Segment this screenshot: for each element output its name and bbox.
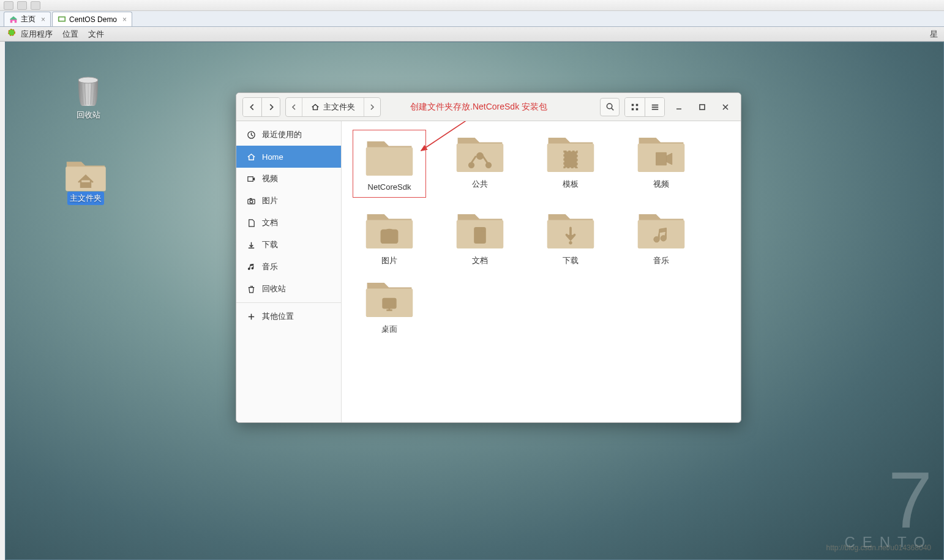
forward-button[interactable] <box>261 98 280 116</box>
folder-item[interactable]: 公共 <box>443 130 517 198</box>
svg-rect-21 <box>632 103 634 106</box>
icon-label: 回收站 <box>74 108 103 122</box>
folder-label: 公共 <box>443 179 517 190</box>
tb-btn[interactable] <box>4 1 13 10</box>
folder-icon <box>364 133 415 177</box>
folder-label: 模板 <box>534 179 607 190</box>
close-icon[interactable]: × <box>122 15 127 24</box>
vm-menubar: 应用程序 位置 文件 星 <box>0 27 944 42</box>
tab-label: 主页 <box>21 14 36 24</box>
browser-tab-strip: 主页 × CentOS Demo × <box>0 11 944 27</box>
minimize-button[interactable] <box>670 98 688 116</box>
doc-icon <box>246 218 256 228</box>
folder-icon <box>545 206 596 250</box>
tb-btn[interactable] <box>31 1 40 10</box>
nav-group <box>242 97 280 117</box>
vm-icon <box>58 15 66 24</box>
sidebar-item-trash[interactable]: 回收站 <box>236 278 341 300</box>
download-icon <box>246 240 256 250</box>
sidebar: 最近使用的Home视频图片文档下载音乐回收站其他位置 <box>236 121 342 422</box>
sidebar-item-label: 回收站 <box>262 283 286 294</box>
sidebar-item-plus[interactable]: 其他位置 <box>236 305 341 327</box>
folder-label: 音乐 <box>624 255 698 266</box>
folder-item[interactable]: NetCoreSdk <box>353 130 426 198</box>
window-header: 主文件夹 创建文件夹存放.NetCoreSdk 安装包 <box>236 93 741 121</box>
view-grid-button[interactable] <box>625 98 645 116</box>
sidebar-item-doc[interactable]: 文档 <box>236 212 341 234</box>
menu-apps[interactable]: 应用程序 <box>7 28 53 40</box>
folder-item[interactable]: 视频 <box>624 130 698 198</box>
menu-file[interactable]: 文件 <box>88 29 104 40</box>
home-icon <box>246 152 256 162</box>
path-prev-button[interactable] <box>286 98 302 116</box>
home-folder-icon <box>64 155 108 192</box>
video-icon <box>246 174 256 184</box>
folder-label: 文档 <box>443 255 517 266</box>
folder-label: NetCoreSdk <box>353 182 426 192</box>
sidebar-item-download[interactable]: 下载 <box>236 234 341 256</box>
apps-icon <box>7 28 16 37</box>
sidebar-item-label: 下载 <box>262 239 278 250</box>
close-button[interactable] <box>716 98 735 116</box>
sidebar-item-label: 文档 <box>262 217 278 228</box>
music-icon <box>246 262 256 272</box>
clock-icon <box>246 130 256 140</box>
annotation-text: 创建文件夹存放.NetCoreSdk 安装包 <box>410 102 547 113</box>
desktop-icon-trash[interactable]: 回收站 <box>61 74 116 122</box>
desktop-icon-home[interactable]: 主文件夹 <box>58 155 113 205</box>
tab-centos-demo[interactable]: CentOS Demo × <box>52 12 132 26</box>
path-next-button[interactable] <box>364 98 380 116</box>
back-button[interactable] <box>243 98 261 116</box>
folder-item[interactable]: 下载 <box>534 206 607 266</box>
menu-places[interactable]: 位置 <box>62 29 78 40</box>
desktop[interactable]: 回收站 主文件夹 7 CENTO http://blog.csdn.net/u0… <box>5 42 944 560</box>
sidebar-item-camera[interactable]: 图片 <box>236 190 341 212</box>
svg-rect-9 <box>59 17 65 20</box>
menu-button[interactable] <box>645 98 664 116</box>
folder-icon <box>545 130 596 174</box>
svg-point-18 <box>78 77 98 83</box>
sidebar-separator <box>236 302 341 303</box>
path-segment-home[interactable]: 主文件夹 <box>302 98 364 116</box>
camera-icon <box>246 196 256 206</box>
sidebar-item-home[interactable]: Home <box>236 146 341 168</box>
folder-label: 下载 <box>534 255 607 266</box>
folder-item[interactable]: 文档 <box>443 206 517 266</box>
tb-btn[interactable] <box>17 1 27 10</box>
close-icon[interactable]: × <box>41 15 45 24</box>
folder-icon <box>454 130 506 174</box>
sidebar-item-music[interactable]: 音乐 <box>236 256 341 278</box>
tab-home[interactable]: 主页 × <box>4 12 51 26</box>
folder-icon <box>364 206 415 250</box>
sidebar-item-video[interactable]: 视频 <box>236 168 341 190</box>
svg-line-20 <box>611 108 613 110</box>
svg-point-19 <box>607 103 612 108</box>
svg-rect-22 <box>636 103 639 106</box>
clock-partial: 星 <box>930 29 938 40</box>
folder-icon <box>454 206 506 250</box>
plus-icon <box>246 312 256 321</box>
folder-icon <box>635 130 687 174</box>
svg-point-33 <box>250 200 253 203</box>
content-grid[interactable]: NetCoreSdk公共模板视频图片文档下载音乐桌面 <box>342 121 741 422</box>
folder-item[interactable]: 图片 <box>353 206 426 266</box>
folder-item[interactable]: 模板 <box>534 130 607 198</box>
nautilus-window: 主文件夹 创建文件夹存放.NetCoreSdk 安装包 <box>236 92 741 423</box>
maximize-button[interactable] <box>693 98 711 116</box>
sidebar-item-label: 最近使用的 <box>262 129 302 140</box>
icon-label: 主文件夹 <box>67 192 104 205</box>
svg-rect-31 <box>247 176 252 181</box>
sidebar-item-label: 图片 <box>262 195 278 206</box>
sidebar-item-label: 其他位置 <box>262 311 294 322</box>
svg-rect-23 <box>632 108 634 110</box>
folder-item[interactable]: 桌面 <box>353 275 426 335</box>
watermark-url: http://blog.csdn.net/u014368040 <box>826 543 931 552</box>
trash-icon <box>73 74 103 108</box>
folder-icon <box>635 206 687 250</box>
top-toolbar <box>0 0 944 11</box>
sidebar-item-label: Home <box>262 152 283 162</box>
folder-label: 桌面 <box>353 324 426 335</box>
search-button[interactable] <box>600 98 620 116</box>
folder-item[interactable]: 音乐 <box>624 206 698 266</box>
sidebar-item-clock[interactable]: 最近使用的 <box>236 124 341 146</box>
